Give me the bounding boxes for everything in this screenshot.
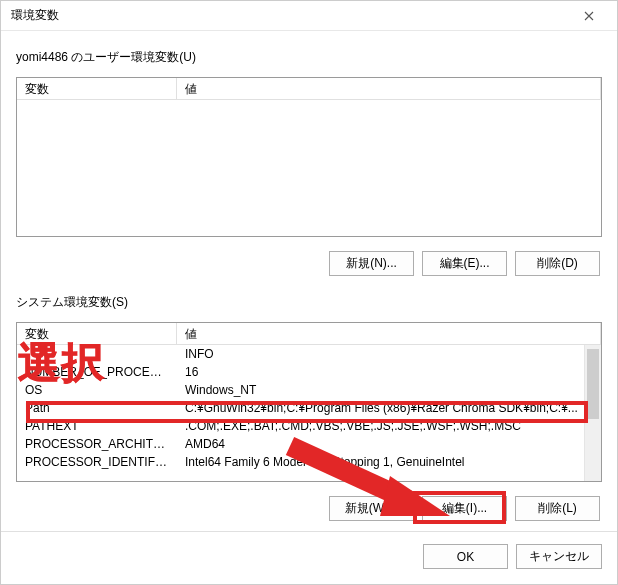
- table-row[interactable]: NUMBER_OF_PROCESSORS16: [17, 363, 601, 381]
- cell-value: AMD64: [177, 435, 601, 453]
- dialog-footer: OK キャンセル: [1, 531, 617, 584]
- table-row[interactable]: OSWindows_NT: [17, 381, 601, 399]
- user-vars-listview[interactable]: 変数 値: [16, 77, 602, 237]
- col-header-variable[interactable]: 変数: [17, 323, 177, 344]
- cell-variable: [17, 345, 177, 363]
- user-vars-buttons: 新規(N)... 編集(E)... 削除(D): [16, 251, 600, 276]
- user-vars-body: [17, 100, 601, 236]
- scrollbar-thumb[interactable]: [587, 349, 599, 419]
- cell-variable: OS: [17, 381, 177, 399]
- system-delete-button[interactable]: 削除(L): [515, 496, 600, 521]
- system-edit-button[interactable]: 編集(I)...: [422, 496, 507, 521]
- env-vars-dialog: 環境変数 yomi4486 のユーザー環境変数(U) 変数 値 新規(N)...…: [0, 0, 618, 585]
- cell-variable: NUMBER_OF_PROCESSORS: [17, 363, 177, 381]
- cell-variable: Path: [17, 399, 177, 417]
- system-vars-body: INFONUMBER_OF_PROCESSORS16OSWindows_NTPa…: [17, 345, 601, 481]
- col-header-variable[interactable]: 変数: [17, 78, 177, 99]
- dialog-body: yomi4486 のユーザー環境変数(U) 変数 値 新規(N)... 編集(E…: [1, 31, 617, 531]
- cell-value: C:¥GnuWin32¥bin;C:¥Program Files (x86)¥R…: [177, 399, 601, 417]
- cell-value: .COM;.EXE;.BAT;.CMD;.VBS;.VBE;.JS;.JSE;.…: [177, 417, 601, 435]
- user-delete-button[interactable]: 削除(D): [515, 251, 600, 276]
- close-icon: [584, 8, 594, 24]
- table-row[interactable]: PROCESSOR_ARCHITECTUREAMD64: [17, 435, 601, 453]
- listview-header: 変数 値: [17, 78, 601, 100]
- table-row[interactable]: INFO: [17, 345, 601, 363]
- table-row[interactable]: PROCESSOR_IDENTIFIERIntel64 Family 6 Mod…: [17, 453, 601, 471]
- system-new-button[interactable]: 新規(W)...: [329, 496, 414, 521]
- system-vars-listview[interactable]: 変数 値 INFONUMBER_OF_PROCESSORS16OSWindows…: [16, 322, 602, 482]
- cell-variable: PATHEXT: [17, 417, 177, 435]
- window-title: 環境変数: [11, 7, 59, 24]
- table-row[interactable]: PathC:¥GnuWin32¥bin;C:¥Program Files (x8…: [17, 399, 601, 417]
- user-vars-label: yomi4486 のユーザー環境変数(U): [16, 49, 602, 66]
- cell-value: Windows_NT: [177, 381, 601, 399]
- cell-value: Intel64 Family 6 Model 154 Stepping 1, G…: [177, 453, 601, 471]
- scrollbar-track[interactable]: [584, 345, 601, 481]
- user-edit-button[interactable]: 編集(E)...: [422, 251, 507, 276]
- close-button[interactable]: [569, 2, 609, 30]
- cell-value: INFO: [177, 345, 601, 363]
- listview-header: 変数 値: [17, 323, 601, 345]
- cancel-button[interactable]: キャンセル: [516, 544, 602, 569]
- cell-variable: PROCESSOR_ARCHITECTURE: [17, 435, 177, 453]
- table-row[interactable]: PATHEXT.COM;.EXE;.BAT;.CMD;.VBS;.VBE;.JS…: [17, 417, 601, 435]
- col-header-value[interactable]: 値: [177, 78, 601, 99]
- titlebar: 環境変数: [1, 1, 617, 31]
- ok-button[interactable]: OK: [423, 544, 508, 569]
- user-new-button[interactable]: 新規(N)...: [329, 251, 414, 276]
- system-vars-label: システム環境変数(S): [16, 294, 602, 311]
- cell-value: 16: [177, 363, 601, 381]
- cell-variable: PROCESSOR_IDENTIFIER: [17, 453, 177, 471]
- system-vars-buttons: 新規(W)... 編集(I)... 削除(L): [16, 496, 600, 521]
- col-header-value[interactable]: 値: [177, 323, 601, 344]
